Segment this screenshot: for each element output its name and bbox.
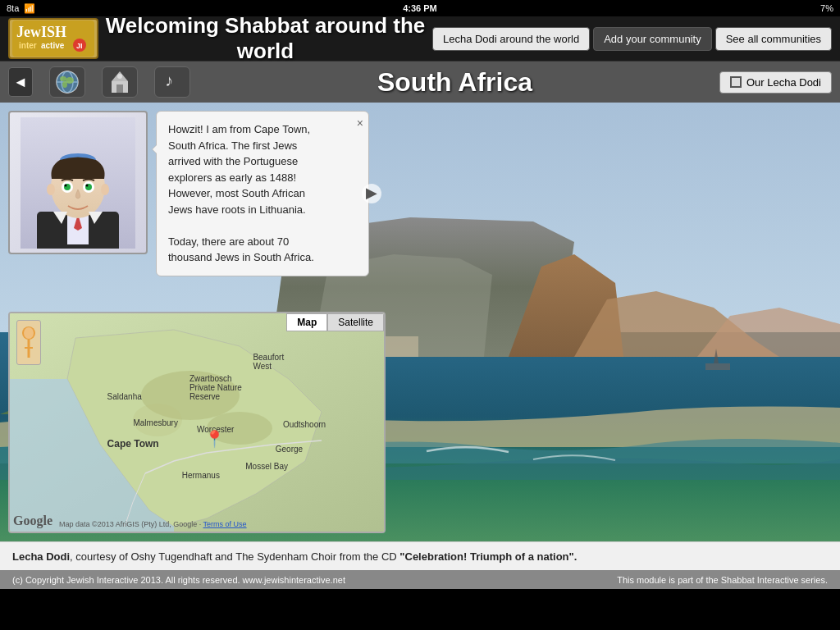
secondary-nav: ◄ ♪ South Africa Our Lecha Dodi <box>0 62 840 103</box>
svg-point-45 <box>47 184 55 195</box>
back-button[interactable]: ◄ <box>8 67 33 97</box>
svg-marker-22 <box>509 254 623 357</box>
status-wifi: 📶 <box>24 3 35 14</box>
svg-point-46 <box>101 184 109 195</box>
main-content: × Howzit! I am from Cape Town, South Afr… <box>0 103 840 541</box>
status-time: 4:36 PM <box>403 3 437 13</box>
svg-marker-24 <box>697 308 840 357</box>
svg-point-12 <box>62 81 67 88</box>
map-pin[interactable]: 📍 <box>204 429 225 449</box>
bubble-text: Howzit! I am from Cape Town, South Afric… <box>168 121 357 266</box>
svg-point-43 <box>65 184 67 186</box>
svg-text:active: active <box>41 41 65 50</box>
svg-marker-23 <box>574 291 779 357</box>
character-panel <box>8 111 148 254</box>
our-lecha-dodi-label: Our Lecha Dodi <box>746 76 821 89</box>
see-all-communities-button[interactable]: See all communities <box>715 27 832 51</box>
svg-marker-31 <box>714 349 719 363</box>
logo: JewISH inter active JI <box>8 18 98 59</box>
svg-text:♪: ♪ <box>165 71 173 89</box>
terms-of-use-link[interactable]: Terms of Use <box>203 520 247 528</box>
our-lecha-dodi-button[interactable]: Our Lecha Dodi <box>719 71 832 94</box>
logo-area: JewISH inter active JI <box>8 18 98 59</box>
svg-point-52 <box>133 404 182 436</box>
lecha-dodi-world-button[interactable]: Lecha Dodi around the world <box>432 27 590 51</box>
svg-rect-15 <box>116 84 123 93</box>
add-community-button[interactable]: Add your community <box>593 27 712 51</box>
google-logo: Google <box>13 514 52 528</box>
svg-point-16 <box>117 74 122 79</box>
map-tab-bar: Map Satellite <box>286 313 384 331</box>
map-panel: Map Satellite <box>8 312 386 533</box>
svg-point-10 <box>60 76 66 81</box>
speech-bubble: × Howzit! I am from Cape Town, South Afr… <box>156 111 369 276</box>
region-label: South Africa <box>207 67 703 98</box>
svg-text:inter: inter <box>19 41 37 50</box>
status-signal: 8ta <box>7 3 19 13</box>
map-credits: Map data ©2013 AfriGIS (Pty) Ltd, Google… <box>59 520 247 528</box>
footer: (c) Copyright Jewish Interactive 2013. A… <box>0 570 840 589</box>
svg-text:JI: JI <box>76 42 83 50</box>
synagogue-icon-button[interactable] <box>102 66 138 98</box>
top-buttons: Lecha Dodi around the world Add your com… <box>432 27 832 51</box>
map-tab-map[interactable]: Map <box>286 313 327 331</box>
svg-rect-30 <box>705 363 730 370</box>
globe-icon-button[interactable] <box>49 66 85 98</box>
street-view-button[interactable] <box>16 320 41 365</box>
info-bar: Lecha Dodi, courtesy of Oshy Tugendhaft … <box>0 541 840 570</box>
checkbox-icon <box>730 76 742 88</box>
map-tab-satellite[interactable]: Satellite <box>327 313 384 331</box>
next-arrow-button[interactable]: ▶ <box>362 184 381 203</box>
music-icon-button[interactable]: ♪ <box>154 66 190 98</box>
page-title: Welcoming Shabbat around the world <box>98 13 432 64</box>
map-content: BeaufortWest Saldanha ZwartboschPrivate … <box>10 313 384 532</box>
footer-series: This module is part of the Shabbat Inter… <box>617 575 828 585</box>
close-bubble-button[interactable]: × <box>357 115 363 132</box>
svg-text:JewISH: JewISH <box>16 24 66 40</box>
svg-point-44 <box>86 184 89 186</box>
top-nav: JewISH inter active JI Welcoming Shabbat… <box>0 16 840 62</box>
status-battery: 7% <box>820 3 833 13</box>
svg-point-54 <box>24 327 34 339</box>
status-bar: 8ta 📶 4:36 PM 7% <box>0 0 840 16</box>
info-lecha-dodi: Lecha Dodi, courtesy of Oshy Tugendhaft … <box>12 550 577 563</box>
footer-copyright: (c) Copyright Jewish Interactive 2013. A… <box>12 575 345 585</box>
